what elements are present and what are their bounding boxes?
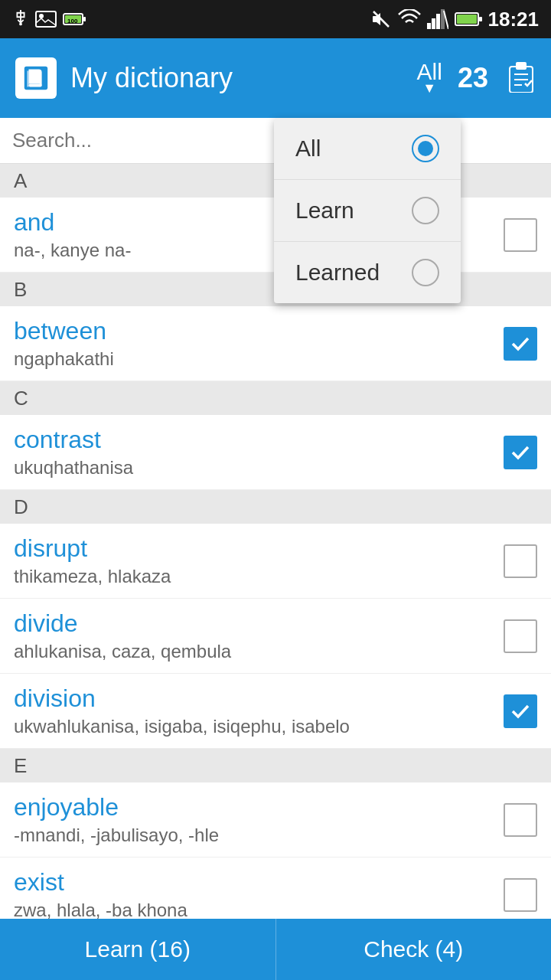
svg-text:100: 100 xyxy=(67,18,78,24)
radio-all xyxy=(412,135,439,162)
status-bar: 100 18:21 xyxy=(0,0,551,38)
filter-option-learn[interactable]: Learn xyxy=(274,180,461,242)
section-header-d: D xyxy=(0,490,551,524)
word-checkbox-enjoyable[interactable] xyxy=(504,803,537,837)
check-button[interactable]: Check (4) xyxy=(276,919,552,980)
book-icon xyxy=(21,64,51,93)
list-item[interactable]: division ukwahlukanisa, isigaba, isiqeph… xyxy=(0,674,551,749)
header-count: 23 xyxy=(458,62,488,94)
clipboard-icon xyxy=(507,60,536,93)
right-status-icons: 18:21 xyxy=(370,8,540,31)
section-header-e: E xyxy=(0,749,551,782)
svg-rect-17 xyxy=(29,84,42,87)
svg-rect-5 xyxy=(83,17,86,21)
svg-rect-18 xyxy=(28,71,29,87)
wifi-icon xyxy=(398,9,421,29)
list-item[interactable]: divide ahlukanisa, caza, qembula xyxy=(0,599,551,674)
checkmark-icon xyxy=(510,442,531,463)
app-header: My dictionary All ▼ 23 xyxy=(0,38,551,118)
svg-rect-15 xyxy=(479,17,482,21)
list-item[interactable]: disrupt thikameza, hlakaza xyxy=(0,524,551,599)
svg-rect-8 xyxy=(427,23,431,29)
svg-rect-10 xyxy=(436,14,440,29)
list-item[interactable]: exist zwa, hlala, -ba khona xyxy=(0,858,551,919)
filter-option-learned[interactable]: Learned xyxy=(274,242,461,303)
word-checkbox-between[interactable] xyxy=(504,327,537,361)
word-checkbox-division[interactable] xyxy=(504,694,537,728)
word-checkbox-disrupt[interactable] xyxy=(504,544,537,578)
usb-icon xyxy=(12,8,29,30)
mute-icon xyxy=(370,8,392,30)
list-item[interactable]: contrast ukuqhathanisa xyxy=(0,415,551,490)
checkmark-icon xyxy=(510,701,531,722)
learn-button[interactable]: Learn (16) xyxy=(0,919,276,980)
app-icon xyxy=(15,57,57,99)
signal-icon xyxy=(427,9,448,29)
svg-rect-1 xyxy=(36,11,56,27)
section-header-c: C xyxy=(0,381,551,415)
status-time: 18:21 xyxy=(488,8,540,31)
list-item[interactable]: enjoyable -mnandi, -jabulisayo, -hle xyxy=(0,782,551,858)
radio-learned xyxy=(412,259,439,286)
word-checkbox-divide[interactable] xyxy=(504,619,537,653)
clipboard-button[interactable] xyxy=(507,60,536,96)
image-icon xyxy=(35,11,57,28)
svg-rect-20 xyxy=(516,62,527,70)
filter-dropdown: All Learn Learned xyxy=(274,118,461,303)
status-icons: 100 xyxy=(12,8,86,30)
battery-small-icon: 100 xyxy=(63,12,86,26)
header-title: My dictionary xyxy=(70,62,417,94)
filter-option-all[interactable]: All xyxy=(274,118,461,180)
radio-learn xyxy=(412,197,439,224)
header-filter-button[interactable]: All ▼ xyxy=(417,60,442,96)
svg-rect-9 xyxy=(432,18,435,29)
svg-point-0 xyxy=(19,23,22,26)
word-checkbox-and[interactable] xyxy=(504,218,537,252)
word-checkbox-contrast[interactable] xyxy=(504,436,537,469)
svg-rect-14 xyxy=(457,15,477,24)
list-item[interactable]: between ngaphakathi xyxy=(0,306,551,381)
bottom-bar: Learn (16) Check (4) xyxy=(0,919,551,980)
battery-full-icon xyxy=(455,11,482,27)
word-checkbox-exist[interactable] xyxy=(504,878,537,912)
checkmark-icon xyxy=(510,333,531,354)
